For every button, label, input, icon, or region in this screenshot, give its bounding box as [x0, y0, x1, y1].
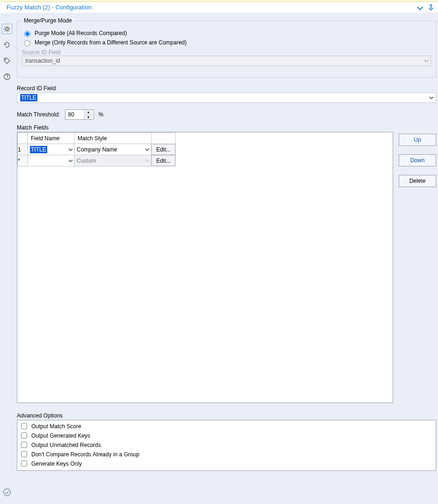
- advanced-box: Output Match Score Output Generated Keys…: [17, 420, 436, 471]
- record-id-label: Record ID Field: [17, 85, 436, 92]
- threshold-spin-down[interactable]: ▼: [85, 115, 93, 120]
- chevron-down-icon[interactable]: [427, 93, 436, 102]
- chk-label: Output Unmatched Records: [31, 442, 101, 448]
- merge-purge-legend: Merge/Purge Mode: [22, 17, 74, 24]
- chk-input[interactable]: [21, 432, 27, 439]
- col-fieldname-header: Field Name: [28, 133, 75, 144]
- edit-button[interactable]: Edit...: [151, 144, 175, 155]
- help-tab-icon[interactable]: [2, 72, 12, 82]
- refresh-tab-icon[interactable]: [2, 40, 12, 50]
- panel-title: Fuzzy Match (2) - Configuration: [7, 4, 92, 11]
- titlebar: Fuzzy Match (2) - Configuration: [0, 2, 438, 13]
- radio-merge-input[interactable]: [24, 40, 30, 46]
- svg-point-11: [7, 78, 7, 79]
- field-name-combo[interactable]: TITLE: [28, 144, 74, 155]
- threshold-unit: %: [99, 111, 104, 118]
- match-style-value: Custom: [77, 158, 96, 164]
- threshold-input[interactable]: [65, 110, 84, 119]
- chk-input[interactable]: [21, 461, 27, 467]
- config-area: Merge/Purge Mode Purge Mode (All Records…: [14, 13, 438, 503]
- col-matchstyle-header: Match Style: [75, 133, 151, 144]
- down-button[interactable]: Down: [399, 154, 436, 166]
- chk-input[interactable]: [21, 423, 27, 429]
- chk-label: Output Generated Keys: [31, 432, 90, 439]
- svg-line-5: [5, 27, 6, 28]
- collapse-chevron-icon[interactable]: [417, 5, 423, 10]
- radio-purge-input[interactable]: [24, 31, 30, 37]
- chk-generate-keys-only[interactable]: Generate Keys Only: [19, 459, 434, 468]
- svg-line-7: [5, 31, 6, 32]
- chk-label: Don't Compare Records Already in a Group: [31, 451, 139, 458]
- status-ok-icon: [2, 487, 12, 497]
- merge-purge-group: Merge/Purge Mode Purge Mode (All Records…: [17, 17, 436, 78]
- chk-label: Output Match Score: [31, 423, 81, 430]
- chk-dont-compare-in-group[interactable]: Don't Compare Records Already in a Group: [19, 450, 434, 459]
- col-edit-header: [151, 133, 176, 144]
- row-index: *: [18, 155, 28, 166]
- table-row[interactable]: 1 TITLE C: [18, 144, 176, 155]
- match-style-value: Company Name: [77, 146, 117, 153]
- source-id-label: Source ID Field: [22, 49, 431, 56]
- tag-tab-icon[interactable]: [2, 56, 12, 66]
- delete-button[interactable]: Delete: [399, 175, 436, 187]
- chevron-down-icon: [422, 56, 431, 65]
- threshold-spin-up[interactable]: ▲: [85, 110, 93, 115]
- chevron-down-icon[interactable]: [67, 147, 74, 152]
- chevron-down-icon: [144, 158, 151, 163]
- match-style-combo: Custom: [75, 155, 151, 166]
- chk-output-generated-keys[interactable]: Output Generated Keys: [19, 431, 434, 440]
- config-tab-icon[interactable]: [2, 24, 12, 34]
- edit-button[interactable]: Edit...: [151, 155, 175, 166]
- table-row[interactable]: * Custom: [18, 155, 176, 166]
- threshold-label: Match Threshold:: [17, 111, 60, 118]
- svg-line-6: [9, 31, 10, 32]
- record-id-combo[interactable]: TITLE: [17, 93, 436, 103]
- chk-label: Generate Keys Only: [31, 461, 82, 467]
- radio-merge-label: Merge (Only Records from a Different Sou…: [35, 39, 187, 46]
- chevron-down-icon[interactable]: [67, 158, 74, 163]
- advanced-label: Advanced Options: [17, 412, 436, 419]
- threshold-spinbox[interactable]: ▲ ▼: [65, 109, 94, 120]
- svg-point-0: [6, 28, 8, 30]
- row-index: 1: [18, 144, 28, 155]
- chevron-down-icon[interactable]: [144, 147, 151, 152]
- svg-line-8: [9, 27, 10, 28]
- radio-merge[interactable]: Merge (Only Records from a Different Sou…: [22, 39, 431, 46]
- config-window: Fuzzy Match (2) - Configuration ⋯: [0, 2, 438, 503]
- drag-handle-icon[interactable]: ⋯: [4, 14, 10, 18]
- side-rail: ⋯: [0, 13, 14, 503]
- field-name-combo[interactable]: [28, 155, 74, 166]
- match-style-combo[interactable]: Company Name: [75, 144, 151, 155]
- chk-input[interactable]: [21, 451, 27, 457]
- match-fields-table[interactable]: Field Name Match Style 1 TITLE: [17, 132, 393, 403]
- radio-purge-label: Purge Mode (All Records Compared): [35, 30, 127, 36]
- svg-point-9: [5, 59, 6, 60]
- field-name-value: TITLE: [30, 146, 47, 153]
- radio-purge[interactable]: Purge Mode (All Records Compared): [22, 29, 431, 37]
- chk-input[interactable]: [21, 442, 27, 448]
- chk-output-unmatched-records[interactable]: Output Unmatched Records: [19, 440, 434, 449]
- record-id-value: TITLE: [20, 94, 37, 101]
- svg-point-12: [4, 489, 11, 496]
- source-id-value: transaction_id: [25, 58, 60, 64]
- pin-icon[interactable]: [428, 4, 434, 11]
- match-fields-label: Match Fields: [17, 124, 438, 131]
- up-button[interactable]: Up: [399, 134, 436, 146]
- col-index-header: [18, 133, 28, 144]
- source-id-combo: transaction_id: [22, 56, 431, 66]
- chk-output-match-score[interactable]: Output Match Score: [19, 422, 434, 431]
